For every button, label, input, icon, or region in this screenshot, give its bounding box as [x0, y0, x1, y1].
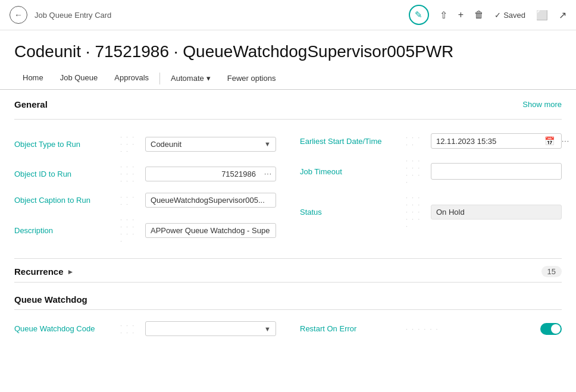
expand-icon: ⬜: [536, 10, 548, 21]
recurrence-header: Recurrence ► 15: [14, 258, 562, 283]
share-icon: ⇧: [440, 10, 447, 21]
edit-icon: ✎: [415, 10, 422, 20]
fullscreen-button[interactable]: ↗: [559, 10, 566, 21]
status-value: On Hold: [431, 205, 562, 219]
description-dots: · · · · · · · · · ·: [120, 216, 140, 244]
description-row: Description · · · · · · · · · ·: [14, 212, 276, 249]
restart-on-error-dots: · · · · · ·: [406, 325, 536, 333]
toolbar: ✎ ⇧ + 🗑 ✓ Saved ⬜ ↗: [409, 5, 566, 25]
object-id-label: Object ID to Run: [14, 170, 115, 178]
restart-on-error-toggle[interactable]: [540, 323, 562, 335]
object-type-input[interactable]: [146, 137, 259, 151]
status-label: Status: [300, 208, 401, 217]
check-icon: ✓: [494, 11, 501, 20]
watchdog-code-input[interactable]: [146, 322, 259, 335]
show-more-link[interactable]: Show more: [522, 100, 562, 109]
queue-watchdog-title: Queue Watchdog: [14, 294, 562, 310]
description-input-wrapper[interactable]: [145, 223, 276, 238]
job-timeout-label: Job Timeout: [300, 167, 401, 176]
description-label: Description: [14, 226, 115, 235]
queue-watchdog-fields: Queue Watchdog Code · · · · · · ▼ Restar…: [14, 317, 562, 340]
toggle-knob: [551, 324, 561, 334]
job-timeout-dots: · · · · · · · · · ·: [406, 157, 426, 186]
recurrence-title: Recurrence: [14, 266, 64, 277]
restart-on-error-toggle-wrapper[interactable]: [540, 323, 562, 335]
object-id-row: Object ID to Run · · · · · · · · · ···: [14, 159, 276, 189]
nav-approvals[interactable]: Approvals: [106, 67, 157, 89]
chevron-down-icon: ▾: [206, 74, 211, 83]
main-title: Codeunit · 71521986 · QueueWatchdogSuper…: [0, 30, 576, 67]
nav-home[interactable]: Home: [14, 67, 52, 89]
object-type-dropdown-arrow[interactable]: ▼: [259, 138, 276, 150]
edit-button[interactable]: ✎: [409, 5, 429, 25]
general-section-header: General Show more: [14, 99, 562, 112]
general-divider: [14, 119, 562, 120]
description-input[interactable]: [146, 224, 276, 237]
content-area: General Show more Object Type to Run · ·…: [0, 90, 576, 350]
watchdog-code-row: Queue Watchdog Code · · · · · · ▼: [14, 317, 276, 340]
recurrence-count: 15: [541, 266, 562, 277]
fullscreen-icon: ↗: [559, 10, 566, 21]
nav-bar: Home Job Queue Approvals Automate ▾ Fewe…: [0, 67, 576, 90]
nav-fewer-options[interactable]: Fewer options: [219, 68, 284, 89]
automate-label: Automate: [171, 74, 204, 83]
back-button[interactable]: ←: [10, 6, 27, 24]
page-title: Job Queue Entry Card: [35, 11, 402, 20]
expand-button[interactable]: ⬜: [536, 10, 548, 21]
watchdog-code-label: Queue Watchdog Code: [14, 324, 115, 333]
object-caption-input-wrapper[interactable]: [145, 193, 276, 208]
object-id-dots: · · · · · · · · ·: [120, 163, 140, 184]
queue-watchdog-section: Queue Watchdog Queue Watchdog Code · · ·…: [14, 294, 562, 340]
share-button[interactable]: ⇧: [440, 10, 447, 21]
status-row: Status · · · · · · · · · · · · · On Hold: [300, 190, 562, 234]
recurrence-title-row: Recurrence ►: [14, 266, 74, 277]
trash-icon: 🗑: [474, 10, 484, 20]
watchdog-code-input-wrapper[interactable]: ▼: [145, 321, 276, 336]
saved-status: ✓ Saved: [494, 11, 525, 20]
add-button[interactable]: +: [458, 10, 464, 20]
earliest-start-row: Earliest Start Date/Time · · · · · 📅 ···: [300, 129, 562, 153]
top-bar: ← Job Queue Entry Card ✎ ⇧ + 🗑 ✓ Saved ⬜…: [0, 0, 576, 30]
nav-automate[interactable]: Automate ▾: [162, 68, 219, 89]
object-caption-label: Object Caption to Run: [14, 196, 115, 205]
object-caption-row: Object Caption to Run · · · · ·: [14, 189, 276, 212]
earliest-start-more-btn[interactable]: ···: [558, 134, 573, 148]
job-timeout-input[interactable]: [431, 163, 562, 180]
earliest-start-label: Earliest Start Date/Time: [300, 137, 401, 146]
watchdog-code-dots: · · · · · ·: [120, 322, 140, 336]
nav-job-queue[interactable]: Job Queue: [52, 67, 107, 89]
restart-on-error-label: Restart On Error: [300, 324, 401, 333]
recurrence-expand-icon[interactable]: ►: [67, 268, 74, 276]
saved-label: Saved: [503, 11, 525, 20]
object-type-input-wrapper[interactable]: ▼: [145, 137, 276, 152]
delete-button[interactable]: 🗑: [474, 10, 484, 20]
recurrence-section: Recurrence ► 15: [14, 258, 562, 283]
general-section-title: General: [14, 99, 48, 109]
object-type-dots: · · · · · · · ·: [120, 133, 140, 155]
calendar-icon[interactable]: 📅: [541, 134, 558, 148]
plus-icon: +: [458, 10, 464, 20]
nav-separator: [159, 73, 160, 84]
status-dots: · · · · · · · · · · · · ·: [406, 194, 426, 230]
object-caption-dots: · · · · ·: [120, 193, 140, 208]
object-id-input[interactable]: [146, 167, 261, 181]
general-fields: Object Type to Run · · · · · · · · ▼ Obj…: [14, 129, 562, 249]
restart-on-error-row: Restart On Error · · · · · ·: [300, 317, 562, 340]
earliest-start-dots: · · · · ·: [406, 134, 426, 148]
job-timeout-row: Job Timeout · · · · · · · · · ·: [300, 153, 562, 190]
object-id-more-btn[interactable]: ···: [261, 167, 276, 180]
earliest-start-input[interactable]: [431, 134, 541, 148]
watchdog-code-dropdown-arrow[interactable]: ▼: [259, 323, 276, 335]
object-type-label: Object Type to Run: [14, 140, 115, 149]
object-type-row: Object Type to Run · · · · · · · · ▼: [14, 129, 276, 159]
back-icon: ←: [14, 10, 23, 20]
earliest-start-input-wrapper[interactable]: 📅 ···: [431, 133, 562, 149]
object-id-input-wrapper[interactable]: ···: [145, 167, 276, 181]
object-caption-input[interactable]: [146, 193, 276, 207]
